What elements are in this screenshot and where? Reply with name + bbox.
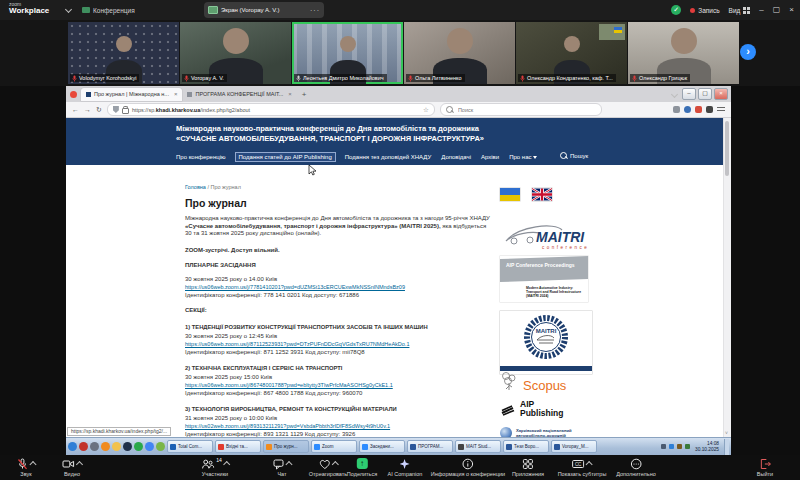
maitri-seal-logo[interactable]: MAITRI — [500, 311, 592, 374]
participants-options-chevron[interactable] — [223, 461, 230, 468]
maitri-conference-logo[interactable]: MAITRI conference — [500, 221, 600, 255]
section-zoom-link[interactable]: https://us02web.zoom.us/j/89313211291?pw… — [185, 423, 390, 429]
browser-logo-icon[interactable] — [70, 91, 77, 98]
taskbar-clock[interactable]: 14:08 30.10.2025 — [695, 441, 719, 453]
tray-icon[interactable] — [677, 444, 682, 449]
browser-tab[interactable]: ПРОГРАМА КОНФЕРЕНЦІЇ МАІТ... × — [182, 88, 296, 101]
show-desktop-button[interactable] — [724, 439, 729, 455]
tray-icon[interactable] — [669, 444, 674, 449]
quick-launch-icon[interactable] — [90, 442, 99, 451]
audio-button[interactable]: Звук — [17, 458, 36, 477]
close-button[interactable]: × — [789, 0, 794, 20]
tray-icon[interactable] — [661, 444, 666, 449]
scroll-down-icon[interactable]: ˅ — [725, 430, 728, 436]
forward-icon[interactable]: → — [84, 102, 91, 117]
tab-options-icon[interactable]: ··· — [310, 7, 320, 14]
new-tab-button[interactable]: + — [302, 90, 307, 99]
nav-about-us[interactable]: Про нас — [509, 154, 537, 160]
next-participants-button[interactable]: › — [740, 44, 756, 60]
meeting-info-button[interactable]: Информация о конференции — [431, 458, 505, 477]
security-shield-icon[interactable]: ✓ — [671, 5, 681, 15]
nav-aip-submissions[interactable]: Подання статей до AIP Publishing — [236, 153, 335, 161]
bookmark-star-icon[interactable]: ☆ — [423, 106, 429, 114]
brand-chevron-down-icon[interactable] — [65, 6, 72, 13]
browser-tab-active[interactable]: Про журнал | Міжнародна н... × — [81, 88, 182, 101]
share-screen-button[interactable]: ↑ Поделиться — [347, 458, 377, 477]
address-bar[interactable]: https://sp.khadi.kharkov.ua/index.php/tg… — [107, 103, 435, 116]
taskbar-button[interactable]: Заседани... — [359, 440, 405, 453]
plenary-zoom-link[interactable]: https://us06web.zoom.us/j/7781410201?pwd… — [185, 284, 405, 290]
quick-launch-icon[interactable] — [134, 442, 143, 451]
ai-companion-button[interactable]: AI Companion — [388, 458, 423, 477]
tab-conference[interactable]: Конференция — [82, 3, 135, 17]
tab-close-icon[interactable]: × — [174, 91, 178, 97]
taskbar-button[interactable]: Тези Воро... — [503, 440, 549, 453]
quick-launch-icon[interactable] — [156, 442, 165, 451]
browser-restore-button[interactable]: ▢ — [698, 88, 712, 100]
extension-icon[interactable] — [684, 106, 691, 113]
lock-icon[interactable] — [122, 108, 129, 114]
participant-tile[interactable]: Ольга Литвиненко — [404, 22, 515, 84]
tab-close-icon[interactable]: × — [288, 91, 292, 97]
taskbar-button[interactable]: MAIT Stud... — [455, 440, 501, 453]
aip-publishing-logo[interactable]: AIPPublishing — [500, 400, 563, 418]
react-options-chevron[interactable] — [331, 461, 338, 468]
tray-icon[interactable] — [685, 444, 690, 449]
video-options-chevron[interactable] — [76, 461, 83, 468]
taskbar-button[interactable]: Zoom — [311, 440, 357, 453]
maximize-button[interactable]: ▢ — [773, 0, 781, 20]
extension-icon[interactable] — [706, 106, 713, 113]
flag-uk[interactable] — [532, 188, 552, 201]
nav-archives[interactable]: Архіви — [481, 154, 499, 160]
search-input[interactable] — [456, 106, 570, 114]
chat-button[interactable]: Чат — [273, 458, 292, 477]
leave-meeting-button[interactable]: Выйти — [757, 458, 773, 477]
khnadu-logo[interactable]: Харківський національнийавтомобільно-дор… — [500, 427, 572, 437]
tab-screen-share[interactable]: Экран (Voropay A. V.) ··· — [204, 2, 324, 18]
quick-launch-opera-icon[interactable] — [79, 442, 88, 451]
section-zoom-link[interactable]: https://us06web.zoom.us/j/87112523931?pw… — [185, 341, 409, 347]
toolbar-collapse-icon[interactable] — [671, 90, 678, 97]
menu-icon[interactable] — [717, 106, 725, 113]
browser-search-box[interactable] — [440, 103, 602, 116]
browser-minimize-button[interactable]: – — [682, 88, 696, 100]
audio-options-chevron[interactable] — [29, 461, 36, 468]
participant-tile-active-speaker[interactable]: Леонтьев Дмитро Миколайович — [292, 22, 403, 84]
taskbar-button[interactable]: Total Com... — [167, 440, 213, 453]
section-zoom-link[interactable]: https://us06web.zoom.us/j/86748001788?pw… — [185, 382, 393, 388]
chat-options-chevron[interactable] — [285, 461, 292, 468]
quick-launch-chrome-icon[interactable] — [145, 442, 154, 451]
taskbar-button-active[interactable]: Про журн... — [263, 440, 309, 453]
quick-launch-icon[interactable] — [123, 442, 132, 451]
participant-tile[interactable]: Voropay A. V. — [180, 22, 291, 84]
participant-tile[interactable]: Volodymyr Korohodskyi — [68, 22, 179, 84]
scopus-logo[interactable]: Scopus — [500, 370, 566, 392]
back-icon[interactable]: ← — [72, 102, 79, 117]
video-button[interactable]: Видео — [62, 458, 82, 477]
quick-launch-folder-icon[interactable] — [112, 442, 121, 451]
apps-button[interactable]: Приложения — [512, 458, 544, 477]
extension-icon[interactable] — [673, 106, 680, 113]
quick-launch-icon[interactable] — [101, 442, 110, 451]
more-button[interactable]: Дополнительно — [616, 458, 656, 477]
breadcrumb-home-link[interactable]: Головна — [185, 184, 206, 190]
view-button[interactable]: Вид — [729, 7, 751, 14]
nav-about-conference[interactable]: Про конференцію — [176, 154, 226, 160]
adblock-icon[interactable] — [695, 106, 702, 113]
site-search-button[interactable]: Пошук — [560, 152, 588, 159]
aip-proceedings-cover[interactable]: AIP Conference Proceedings Modern Automo… — [500, 256, 588, 302]
taskbar-button[interactable]: Вхідні та... — [215, 440, 261, 453]
scrollbar-thumb[interactable] — [725, 121, 729, 176]
flag-ukraine[interactable] — [500, 188, 520, 201]
minimize-button[interactable]: – — [759, 0, 763, 20]
nav-speakers[interactable]: Доповідачі — [441, 154, 471, 160]
participants-button[interactable]: 14 Участники — [201, 458, 229, 477]
participant-tile[interactable]: Олександр Кондратенко, каф. Т... — [516, 22, 627, 84]
browser-close-button[interactable]: × — [714, 88, 728, 100]
quick-launch-browser-icon[interactable] — [68, 442, 77, 451]
taskbar-button[interactable]: ПРОГРАМ... — [407, 440, 453, 453]
nav-khadi-abstracts[interactable]: Подання тез доповідей ХНАДУ — [345, 154, 431, 160]
recording-indicator[interactable]: Запись — [690, 7, 719, 14]
captions-options-chevron[interactable] — [586, 461, 593, 468]
page-scrollbar[interactable]: ˅ — [723, 118, 731, 437]
